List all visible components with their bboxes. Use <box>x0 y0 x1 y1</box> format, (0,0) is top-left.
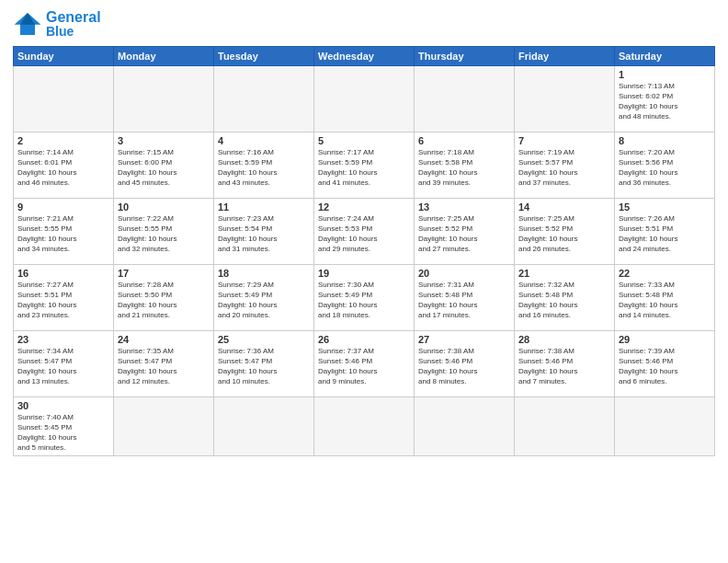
calendar-header-row: SundayMondayTuesdayWednesdayThursdayFrid… <box>14 46 715 65</box>
page: General Blue SundayMondayTuesdayWednesda… <box>0 0 728 563</box>
calendar-cell: 16Sunrise: 7:27 AMSunset: 5:51 PMDayligh… <box>14 264 114 330</box>
calendar-cell: 17Sunrise: 7:28 AMSunset: 5:50 PMDayligh… <box>114 264 214 330</box>
calendar-cell: 10Sunrise: 7:22 AMSunset: 5:55 PMDayligh… <box>114 198 214 264</box>
day-header-saturday: Saturday <box>615 46 715 65</box>
calendar-cell: 28Sunrise: 7:38 AMSunset: 5:46 PMDayligh… <box>515 330 615 396</box>
day-info: Sunrise: 7:27 AMSunset: 5:51 PMDaylight:… <box>17 280 109 321</box>
calendar-cell <box>515 65 615 132</box>
day-number: 14 <box>518 201 610 213</box>
day-header-sunday: Sunday <box>14 46 114 65</box>
calendar-cell: 27Sunrise: 7:38 AMSunset: 5:46 PMDayligh… <box>415 330 515 396</box>
calendar-table: SundayMondayTuesdayWednesdayThursdayFrid… <box>13 46 715 457</box>
day-number: 18 <box>218 268 310 279</box>
logo: General Blue <box>13 9 101 39</box>
day-info: Sunrise: 7:21 AMSunset: 5:55 PMDaylight:… <box>17 213 109 255</box>
day-number: 8 <box>619 135 711 146</box>
calendar-cell: 26Sunrise: 7:37 AMSunset: 5:46 PMDayligh… <box>314 330 415 396</box>
calendar-cell: 3Sunrise: 7:15 AMSunset: 6:00 PMDaylight… <box>114 132 214 198</box>
calendar-week-row: 23Sunrise: 7:34 AMSunset: 5:47 PMDayligh… <box>14 330 715 396</box>
day-info: Sunrise: 7:32 AMSunset: 5:48 PMDaylight:… <box>518 280 610 321</box>
day-number: 29 <box>619 334 711 345</box>
day-number: 19 <box>318 268 410 279</box>
calendar-cell: 20Sunrise: 7:31 AMSunset: 5:48 PMDayligh… <box>415 264 515 330</box>
calendar-cell: 4Sunrise: 7:16 AMSunset: 5:59 PMDaylight… <box>214 132 314 198</box>
calendar-cell: 6Sunrise: 7:18 AMSunset: 5:58 PMDaylight… <box>415 132 515 198</box>
day-number: 11 <box>218 201 310 213</box>
calendar-cell: 14Sunrise: 7:25 AMSunset: 5:52 PMDayligh… <box>515 198 615 264</box>
calendar-cell: 30Sunrise: 7:40 AMSunset: 5:45 PMDayligh… <box>14 396 114 456</box>
day-header-monday: Monday <box>114 46 214 65</box>
day-info: Sunrise: 7:22 AMSunset: 5:55 PMDaylight:… <box>118 213 210 255</box>
calendar-cell <box>415 65 515 132</box>
day-info: Sunrise: 7:14 AMSunset: 6:01 PMDaylight:… <box>17 147 109 189</box>
calendar-cell: 18Sunrise: 7:29 AMSunset: 5:49 PMDayligh… <box>214 264 314 330</box>
day-number: 12 <box>318 201 410 213</box>
day-info: Sunrise: 7:35 AMSunset: 5:47 PMDaylight:… <box>118 346 210 387</box>
calendar-cell: 25Sunrise: 7:36 AMSunset: 5:47 PMDayligh… <box>214 330 314 396</box>
day-number: 26 <box>318 334 410 345</box>
calendar-cell <box>114 65 214 132</box>
day-info: Sunrise: 7:33 AMSunset: 5:48 PMDaylight:… <box>619 280 711 321</box>
calendar-cell: 24Sunrise: 7:35 AMSunset: 5:47 PMDayligh… <box>114 330 214 396</box>
calendar-cell <box>314 396 415 456</box>
logo-icon <box>13 11 42 37</box>
day-number: 6 <box>418 135 510 146</box>
calendar-cell: 21Sunrise: 7:32 AMSunset: 5:48 PMDayligh… <box>515 264 615 330</box>
day-number: 5 <box>318 135 410 146</box>
calendar-cell: 19Sunrise: 7:30 AMSunset: 5:49 PMDayligh… <box>314 264 415 330</box>
day-info: Sunrise: 7:26 AMSunset: 5:51 PMDaylight:… <box>619 213 711 255</box>
day-info: Sunrise: 7:20 AMSunset: 5:56 PMDaylight:… <box>619 147 711 189</box>
calendar-week-row: 2Sunrise: 7:14 AMSunset: 6:01 PMDaylight… <box>14 132 715 198</box>
day-number: 20 <box>418 268 510 279</box>
day-info: Sunrise: 7:16 AMSunset: 5:59 PMDaylight:… <box>218 147 310 189</box>
day-number: 4 <box>218 135 310 146</box>
day-info: Sunrise: 7:23 AMSunset: 5:54 PMDaylight:… <box>218 213 310 255</box>
day-info: Sunrise: 7:24 AMSunset: 5:53 PMDaylight:… <box>318 213 410 255</box>
calendar-cell: 5Sunrise: 7:17 AMSunset: 5:59 PMDaylight… <box>314 132 415 198</box>
calendar-cell <box>314 65 415 132</box>
day-info: Sunrise: 7:38 AMSunset: 5:46 PMDaylight:… <box>518 346 610 387</box>
day-number: 24 <box>118 334 210 345</box>
calendar-cell: 8Sunrise: 7:20 AMSunset: 5:56 PMDaylight… <box>615 132 715 198</box>
day-info: Sunrise: 7:30 AMSunset: 5:49 PMDaylight:… <box>318 280 410 321</box>
day-number: 1 <box>619 69 711 80</box>
calendar-cell <box>214 65 314 132</box>
day-info: Sunrise: 7:29 AMSunset: 5:49 PMDaylight:… <box>218 280 310 321</box>
day-info: Sunrise: 7:17 AMSunset: 5:59 PMDaylight:… <box>318 147 410 189</box>
calendar-cell: 2Sunrise: 7:14 AMSunset: 6:01 PMDaylight… <box>14 132 114 198</box>
day-header-tuesday: Tuesday <box>214 46 314 65</box>
day-number: 30 <box>17 400 109 411</box>
day-info: Sunrise: 7:18 AMSunset: 5:58 PMDaylight:… <box>418 147 510 189</box>
calendar-cell <box>114 396 214 456</box>
day-number: 2 <box>17 135 109 146</box>
day-info: Sunrise: 7:15 AMSunset: 6:00 PMDaylight:… <box>118 147 210 189</box>
day-info: Sunrise: 7:38 AMSunset: 5:46 PMDaylight:… <box>418 346 510 387</box>
day-number: 3 <box>118 135 210 146</box>
day-info: Sunrise: 7:37 AMSunset: 5:46 PMDaylight:… <box>318 346 410 387</box>
day-number: 27 <box>418 334 510 345</box>
calendar-week-row: 9Sunrise: 7:21 AMSunset: 5:55 PMDaylight… <box>14 198 715 264</box>
calendar-cell: 29Sunrise: 7:39 AMSunset: 5:46 PMDayligh… <box>615 330 715 396</box>
calendar-cell: 12Sunrise: 7:24 AMSunset: 5:53 PMDayligh… <box>314 198 415 264</box>
day-info: Sunrise: 7:39 AMSunset: 5:46 PMDaylight:… <box>619 346 711 387</box>
calendar-cell: 22Sunrise: 7:33 AMSunset: 5:48 PMDayligh… <box>615 264 715 330</box>
day-number: 13 <box>418 201 510 213</box>
calendar-cell: 23Sunrise: 7:34 AMSunset: 5:47 PMDayligh… <box>14 330 114 396</box>
calendar-cell: 15Sunrise: 7:26 AMSunset: 5:51 PMDayligh… <box>615 198 715 264</box>
calendar-cell <box>415 396 515 456</box>
day-number: 10 <box>118 201 210 213</box>
header: General Blue <box>13 9 715 39</box>
calendar-cell: 13Sunrise: 7:25 AMSunset: 5:52 PMDayligh… <box>415 198 515 264</box>
day-number: 16 <box>17 268 109 279</box>
day-info: Sunrise: 7:25 AMSunset: 5:52 PMDaylight:… <box>418 213 510 255</box>
day-header-friday: Friday <box>515 46 615 65</box>
calendar-cell <box>214 396 314 456</box>
calendar-cell <box>615 396 715 456</box>
day-info: Sunrise: 7:25 AMSunset: 5:52 PMDaylight:… <box>518 213 610 255</box>
day-info: Sunrise: 7:13 AMSunset: 6:02 PMDaylight:… <box>619 81 711 122</box>
calendar-week-row: 30Sunrise: 7:40 AMSunset: 5:45 PMDayligh… <box>14 396 715 456</box>
day-number: 22 <box>619 268 711 279</box>
day-number: 23 <box>17 334 109 345</box>
day-header-wednesday: Wednesday <box>314 46 415 65</box>
day-info: Sunrise: 7:36 AMSunset: 5:47 PMDaylight:… <box>218 346 310 387</box>
